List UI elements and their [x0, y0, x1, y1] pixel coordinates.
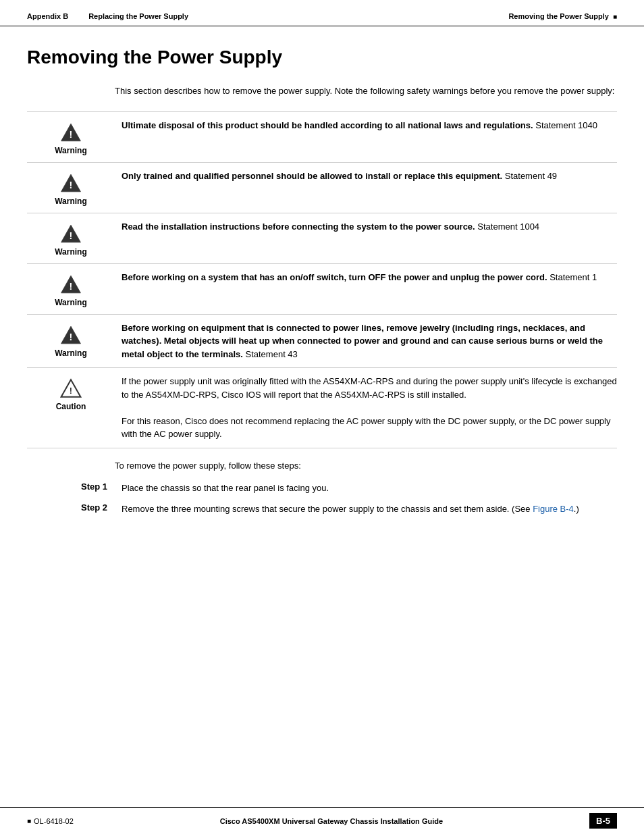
warning-icon-3: ! — [60, 223, 82, 244]
warning-icon-4: ! — [60, 273, 82, 295]
footer-center: Cisco AS5400XM Universal Gateway Chassis… — [220, 817, 443, 825]
warning-bold-2: Only trained and qualified personnel sho… — [122, 171, 502, 181]
warning-bold-5: Before working on equipment that is conn… — [122, 323, 603, 359]
caution-row: ! Caution If the power supply unit was o… — [27, 368, 617, 448]
step-row-2: Step 2 Remove the three mounting screws … — [27, 502, 617, 516]
header-right-text: Removing the Power Supply — [508, 12, 609, 20]
warning-text-2: Only trained and qualified personnel sho… — [115, 170, 617, 183]
footer-page-number: B-5 — [589, 813, 617, 829]
warning-row-2: ! Warning Only trained and qualified per… — [27, 163, 617, 213]
header-right: Removing the Power Supply — [508, 12, 617, 20]
warning-bold-3: Read the installation instructions befor… — [122, 221, 475, 232]
step-text-2: Remove the three mounting screws that se… — [122, 502, 617, 516]
warning-normal-1: Statement 1040 — [533, 120, 597, 130]
warning-normal-3: Statement 1004 — [475, 221, 539, 232]
step-2-text-after: .) — [574, 504, 579, 514]
warning-normal-5: Statement 43 — [243, 349, 298, 359]
svg-text:!: ! — [70, 129, 73, 140]
warning-label-1: Warning — [55, 146, 87, 155]
header-left: Appendix B Replacing the Power Supply — [27, 12, 188, 20]
page-footer: OL-6418-02 Cisco AS5400XM Universal Gate… — [0, 807, 644, 834]
warning-row-1: ! Warning Ultimate disposal of this prod… — [27, 111, 617, 163]
caution-icon: ! — [60, 377, 82, 399]
warning-bold-1: Ultimate disposal of this product should… — [122, 120, 533, 130]
step-label-2: Step 2 — [81, 502, 122, 513]
warning-icon-col-4: ! Warning — [27, 271, 115, 307]
caution-icon-col: ! Caution — [27, 375, 115, 411]
warning-icon-col-5: ! Warning — [27, 321, 115, 358]
page-title: Removing the Power Supply — [27, 47, 617, 68]
warning-text-3: Read the installation instructions befor… — [115, 220, 617, 234]
warning-normal-2: Statement 49 — [502, 171, 557, 181]
footer-doc-number: OL-6418-02 — [34, 817, 74, 825]
warning-label-2: Warning — [55, 197, 87, 206]
svg-text:!: ! — [70, 332, 73, 342]
caution-para-1: If the power supply unit was originally … — [122, 375, 617, 401]
warning-row-4: ! Warning Before working on a system tha… — [27, 264, 617, 315]
warning-icon-1: ! — [60, 122, 82, 143]
intro-text: This section describes how to remove the… — [115, 84, 617, 98]
svg-text:!: ! — [70, 386, 72, 396]
svg-text:!: ! — [70, 281, 73, 292]
caution-label: Caution — [56, 402, 86, 411]
warning-row-5: ! Warning Before working on equipment th… — [27, 315, 617, 369]
warning-text-1: Ultimate disposal of this product should… — [115, 119, 617, 132]
svg-text:!: ! — [70, 230, 73, 241]
warning-label-4: Warning — [55, 298, 87, 307]
header-section: Replacing the Power Supply — [88, 12, 188, 20]
footer-left: OL-6418-02 — [27, 817, 74, 825]
caution-text: If the power supply unit was originally … — [115, 375, 617, 441]
warning-label-5: Warning — [55, 348, 87, 358]
warning-icon-col-2: ! Warning — [27, 170, 115, 206]
warning-bold-4: Before working on a system that has an o… — [122, 272, 547, 282]
step-row-1: Step 1 Place the chassis so that the rea… — [27, 481, 617, 495]
warning-label-3: Warning — [55, 247, 87, 257]
warning-icon-2: ! — [60, 172, 82, 194]
figure-b4-link[interactable]: Figure B-4 — [533, 504, 574, 514]
step-label-1: Step 1 — [81, 481, 122, 492]
warning-icon-col-3: ! Warning — [27, 220, 115, 257]
warning-text-5: Before working on equipment that is conn… — [115, 321, 617, 361]
step-2-text-before: Remove the three mounting screws that se… — [122, 504, 533, 514]
warning-text-4: Before working on a system that has an o… — [115, 271, 617, 284]
warning-normal-4: Statement 1 — [547, 272, 597, 282]
warning-row-3: ! Warning Read the installation instruct… — [27, 213, 617, 264]
main-content: Removing the Power Supply This section d… — [0, 26, 644, 551]
caution-para-2: For this reason, Cisco does not recommen… — [122, 415, 617, 441]
header-appendix: Appendix B — [27, 12, 68, 20]
svg-text:!: ! — [70, 180, 73, 190]
steps-intro: To remove the power supply, follow these… — [115, 461, 617, 471]
page-header: Appendix B Replacing the Power Supply Re… — [0, 0, 644, 26]
step-text-1: Place the chassis so that the rear panel… — [122, 481, 617, 495]
warning-icon-col-1: ! Warning — [27, 119, 115, 155]
warning-icon-5: ! — [60, 324, 82, 346]
